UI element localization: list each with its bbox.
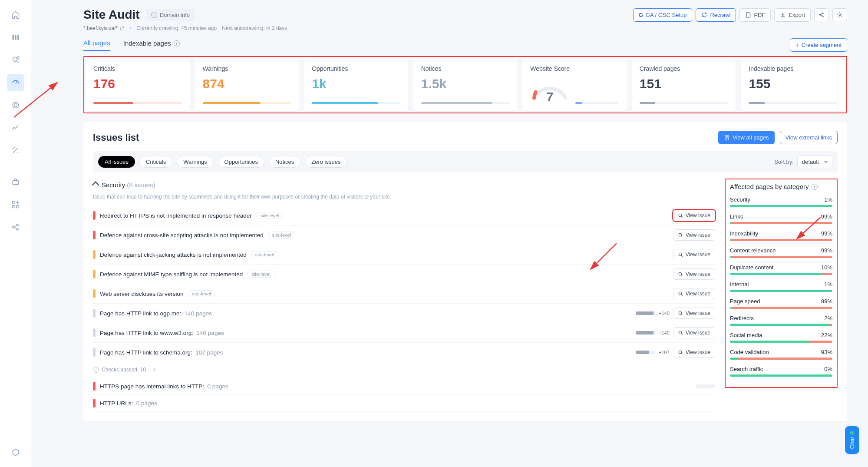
category-row[interactable]: Page speed99% <box>730 298 832 309</box>
stat-value: 176 <box>93 76 182 91</box>
nav-apps-add-icon[interactable] <box>7 196 24 213</box>
view-issue-button[interactable]: View issue <box>673 347 715 358</box>
settings-icon-button[interactable] <box>832 8 847 21</box>
stat-card-criticals[interactable]: Criticals 176 <box>86 58 190 111</box>
stat-card-warnings[interactable]: Warnings 874 <box>195 58 299 111</box>
nav-target-icon[interactable] <box>7 96 24 114</box>
group-security-toggle[interactable]: Security (8 issues) <box>93 179 715 191</box>
mini-bar <box>636 331 655 335</box>
search-icon <box>678 272 683 277</box>
category-row[interactable]: Duplicate content10% <box>730 264 832 275</box>
stat-card-crawled[interactable]: Crawled pages 151 <box>632 58 736 111</box>
checks-passed-row[interactable]: ✓ Checks passed: 10 ▼ <box>93 362 715 378</box>
site-level-badge: site-level <box>256 212 284 219</box>
view-issue-button[interactable]: View issue <box>673 249 715 260</box>
nav-trend-icon[interactable] <box>7 119 24 136</box>
stat-label: Warnings <box>203 65 291 72</box>
issue-text: Page has HTTP link to www.w3.org: 140 pa… <box>100 330 224 336</box>
domain-link[interactable]: *.beef.kyiv.ua/* <box>83 25 124 31</box>
pdf-button[interactable]: PDF <box>739 8 771 22</box>
view-issue-button[interactable]: View issue <box>673 327 715 338</box>
recrawl-button[interactable]: Recrawl <box>696 8 736 22</box>
page-title: Site Audit <box>83 8 140 22</box>
nav-bag-icon[interactable] <box>7 173 24 191</box>
category-row[interactable]: Links99% <box>730 213 832 224</box>
nav-columns[interactable] <box>7 29 24 46</box>
search-icon <box>678 330 683 336</box>
filter-pill[interactable]: Opportunities <box>218 156 264 168</box>
sort-select[interactable]: default <box>797 156 832 168</box>
view-all-pages-button[interactable]: View all pages <box>718 131 775 144</box>
svg-point-26 <box>679 351 682 354</box>
category-row[interactable]: Search traffic0% <box>730 366 832 377</box>
gauge-icon: 7 <box>530 76 569 104</box>
filter-pill[interactable]: All issues <box>98 156 135 168</box>
filter-pill[interactable]: Warnings <box>177 156 213 168</box>
category-row[interactable]: Indexability99% <box>730 230 832 241</box>
share-icon-button[interactable] <box>814 8 829 21</box>
stat-card-indexable[interactable]: Indexable pages 155 <box>741 58 845 111</box>
left-nav <box>0 0 31 467</box>
ga-gsc-setup-button[interactable]: GGA / GSC Setup <box>633 8 693 22</box>
view-issue-button[interactable]: View issue <box>673 229 715 241</box>
category-row[interactable]: Content relevance99% <box>730 247 832 258</box>
issues-list-title: Issues list <box>93 132 139 143</box>
severity-indicator <box>93 289 96 298</box>
category-row[interactable]: Redirects2% <box>730 315 832 326</box>
stat-card-notices[interactable]: Notices 1.5k <box>413 58 518 111</box>
count-badge: +140 <box>659 330 670 335</box>
search-icon <box>678 350 683 355</box>
svg-point-4 <box>17 57 19 59</box>
search-icon <box>678 213 683 219</box>
category-row[interactable]: Internal1% <box>730 281 832 292</box>
group-description: Issue that can lead to hacking the site … <box>93 194 715 200</box>
nav-bottom-icon[interactable] <box>7 444 24 461</box>
stat-value: 874 <box>203 76 291 91</box>
stat-label: Notices <box>421 65 510 72</box>
svg-point-17 <box>839 14 841 16</box>
category-row[interactable]: Security1% <box>730 196 832 207</box>
view-issue-button[interactable]: View issue <box>673 210 715 221</box>
create-segment-button[interactable]: +Create segment <box>790 38 847 52</box>
domain-info-chip[interactable]: i Domain info <box>146 9 195 21</box>
count-badge: +107 <box>659 350 670 355</box>
view-issue-button[interactable]: View issue <box>673 288 715 299</box>
nav-speed-icon[interactable] <box>7 74 24 91</box>
issue-row: Redirect to HTTPS is not implemented in … <box>93 206 715 225</box>
stat-card-opportunities[interactable]: Opportunities 1k <box>304 58 408 111</box>
search-icon <box>678 232 683 238</box>
nav-search-settings[interactable] <box>7 51 24 69</box>
stat-label: Indexable pages <box>749 65 837 72</box>
severity-indicator <box>93 309 96 318</box>
nav-home[interactable] <box>7 6 24 23</box>
issue-text: Redirect to HTTPS is not implemented in … <box>100 212 252 219</box>
issue-row: Page has HTTP link to www.w3.org: 140 pa… <box>93 323 715 343</box>
search-icon <box>678 311 683 316</box>
export-button[interactable]: Export <box>774 8 811 22</box>
tab-all-pages[interactable]: All pages <box>83 39 110 51</box>
severity-indicator <box>93 231 96 239</box>
svg-point-22 <box>679 272 682 275</box>
filter-pill[interactable]: Notices <box>269 156 300 168</box>
view-external-links-button[interactable]: View external links <box>780 131 838 144</box>
filter-pill[interactable]: Zero issues <box>305 156 347 168</box>
nav-wand-icon[interactable] <box>7 142 24 159</box>
issue-text: Page has HTTP link to ogp.me: 140 pages <box>100 310 212 317</box>
svg-rect-10 <box>16 205 19 208</box>
nav-share-icon[interactable] <box>7 219 24 236</box>
svg-point-14 <box>819 14 820 15</box>
meta-row: *.beef.kyiv.ua/* • Currently crawling: 4… <box>83 25 847 31</box>
svg-point-15 <box>822 13 823 13</box>
issue-text: Defence against cross-site scripting att… <box>100 232 264 238</box>
mini-bar <box>636 311 655 315</box>
issue-row: Defence against MIME type sniffing is no… <box>93 265 715 284</box>
search-icon <box>678 291 683 297</box>
category-row[interactable]: Social media22% <box>730 332 832 343</box>
category-row[interactable]: Code validation93% <box>730 349 832 360</box>
view-issue-button[interactable]: View issue <box>673 268 715 280</box>
filter-pill[interactable]: Criticals <box>139 156 172 168</box>
chat-widget[interactable]: Chat <box>845 426 859 454</box>
view-issue-button[interactable]: View issue <box>673 308 715 319</box>
tab-indexable-pages[interactable]: Indexable pages i <box>123 40 180 50</box>
stat-card-score[interactable]: Website Score 7 <box>522 58 627 111</box>
